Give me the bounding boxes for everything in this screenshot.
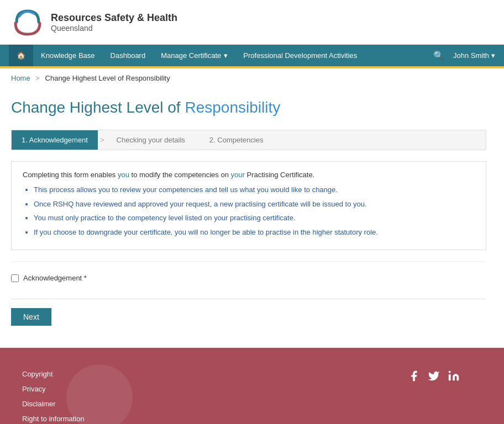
breadcrumb-current: Change Highest Level of Responsibility xyxy=(45,74,170,82)
footer-top: Copyright Privacy Disclaimer Right to in… xyxy=(22,370,482,424)
nav-professional-development-label: Professional Development Activities xyxy=(243,51,357,60)
page-title-part1: Change Highest Level of xyxy=(11,99,185,116)
page-title-part2: Responsibility xyxy=(185,99,280,116)
info-bullet-3: You must only practice to the competency… xyxy=(34,213,475,224)
next-button[interactable]: Next xyxy=(11,308,51,326)
org-name: Resources Safety & Health xyxy=(51,12,177,24)
nav-knowledge-base[interactable]: Knowledge Base xyxy=(33,45,103,66)
user-name: John Smith xyxy=(453,51,489,60)
user-menu[interactable]: John Smith ▾ xyxy=(453,51,495,60)
breadcrumb-home[interactable]: Home xyxy=(11,74,30,82)
facebook-icon[interactable] xyxy=(408,370,420,385)
breadcrumb-separator: > xyxy=(35,74,40,82)
nav-dashboard[interactable]: Dashboard xyxy=(103,45,154,66)
acknowledgement-checkbox[interactable] xyxy=(11,274,19,282)
info-intro-highlight: you xyxy=(118,171,129,179)
step-competencies-label: 2. Competencies xyxy=(209,136,264,144)
user-dropdown-icon: ▾ xyxy=(491,51,495,60)
nav-knowledge-base-label: Knowledge Base xyxy=(41,51,95,60)
step-checking-details[interactable]: Checking your details xyxy=(107,130,195,150)
form-section: Acknowledgement * xyxy=(11,261,486,293)
step-checking-details-label: Checking your details xyxy=(117,136,185,144)
page-title: Change Highest Level of Responsibility xyxy=(11,99,486,116)
info-box: Completing this form enables you to modi… xyxy=(11,161,486,250)
org-sub: Queensland xyxy=(51,24,177,33)
steps-container: 1. Acknowledgement > Checking your detai… xyxy=(11,130,486,150)
nav-left: 🏠 Knowledge Base Dashboard Manage Certif… xyxy=(9,45,365,66)
footer-links: Copyright Privacy Disclaimer Right to in… xyxy=(22,370,85,424)
logo-icon xyxy=(11,6,44,39)
nav-dashboard-label: Dashboard xyxy=(111,51,146,60)
logo-text: Resources Safety & Health Queensland xyxy=(51,12,177,33)
content-divider xyxy=(11,299,486,299)
acknowledgement-required: * xyxy=(84,274,87,282)
step-acknowledgement[interactable]: 1. Acknowledgement xyxy=(12,130,98,150)
nav-home[interactable]: 🏠 xyxy=(9,45,33,66)
info-bullet-2: Once RSHQ have reviewed and approved you… xyxy=(34,199,475,210)
info-bullet-4: If you choose to downgrade your certific… xyxy=(34,227,475,238)
nav-right: 🔍 John Smith ▾ xyxy=(433,50,495,61)
footer-link-privacy[interactable]: Privacy xyxy=(22,385,85,393)
acknowledgement-text: Acknowledgement xyxy=(23,274,82,282)
nav-manage-certificate-label: Manage Certificate xyxy=(161,51,221,60)
step-competencies[interactable]: 2. Competencies xyxy=(200,130,274,150)
acknowledgement-label: Acknowledgement * xyxy=(23,274,87,282)
main-nav: 🏠 Knowledge Base Dashboard Manage Certif… xyxy=(0,45,504,66)
footer-link-copyright[interactable]: Copyright xyxy=(22,370,85,378)
linkedin-icon[interactable] xyxy=(448,370,460,385)
nav-manage-certificate[interactable]: Manage Certificate ▾ xyxy=(153,45,235,66)
footer-link-right-to-information[interactable]: Right to information xyxy=(22,415,85,423)
logo-container: Resources Safety & Health Queensland xyxy=(11,6,177,39)
site-header: Resources Safety & Health Queensland xyxy=(0,0,504,45)
svg-point-0 xyxy=(449,371,451,373)
page-content: Change Highest Level of Responsibility 1… xyxy=(0,88,497,348)
info-bullet-list: This process allows you to review your c… xyxy=(34,184,475,237)
info-intro: Completing this form enables you to modi… xyxy=(23,171,475,179)
footer-link-disclaimer[interactable]: Disclaimer xyxy=(22,400,85,408)
acknowledgement-field: Acknowledgement * xyxy=(11,274,486,282)
home-icon: 🏠 xyxy=(17,51,25,60)
step-separator-1: > xyxy=(98,136,107,144)
step-acknowledgement-label: 1. Acknowledgement xyxy=(22,136,88,144)
nav-professional-development[interactable]: Professional Development Activities xyxy=(235,45,365,66)
footer-social xyxy=(408,370,460,385)
info-intro-highlight2: your xyxy=(231,171,245,179)
info-bullet-1: This process allows you to review your c… xyxy=(34,184,475,195)
manage-certificate-dropdown-icon: ▾ xyxy=(224,51,228,60)
twitter-icon[interactable] xyxy=(428,370,440,385)
site-footer: Copyright Privacy Disclaimer Right to in… xyxy=(0,348,504,424)
breadcrumb: Home > Change Highest Level of Responsib… xyxy=(0,68,504,88)
search-icon[interactable]: 🔍 xyxy=(433,50,444,61)
